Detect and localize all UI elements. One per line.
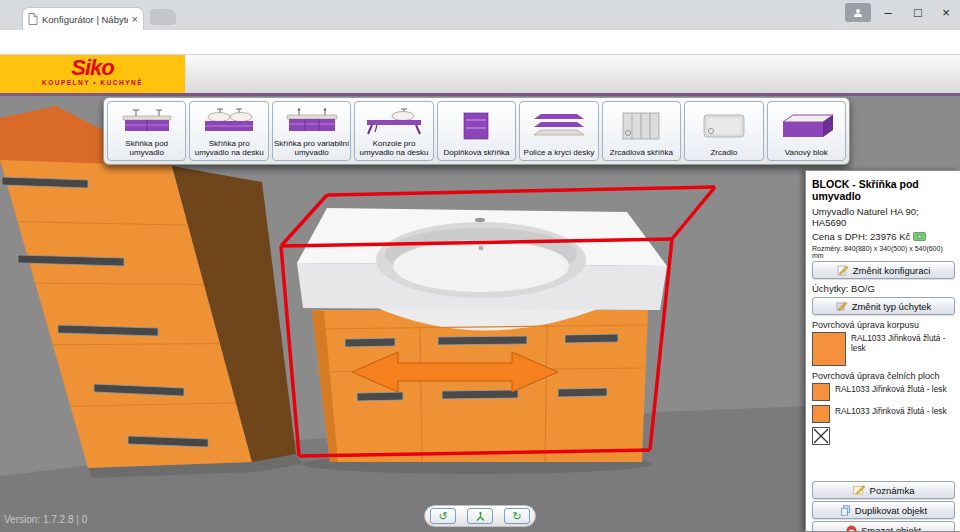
category-shelves[interactable]: Police a krycí desky: [519, 101, 598, 161]
inspector-panel: BLOCK - Skříňka pod umyvadlo Umyvadlo Na…: [805, 170, 960, 532]
note-icon: [853, 485, 866, 495]
shelves-icon: [528, 104, 590, 148]
change-config-button[interactable]: Změnit konfiguraci: [812, 261, 955, 279]
person-icon: [853, 8, 863, 18]
mirror-cabinet-icon: [610, 104, 672, 148]
category-label: Vanový blok: [785, 148, 828, 158]
bath-block-icon: [775, 104, 837, 148]
profile-button[interactable]: [845, 3, 871, 22]
category-mirror[interactable]: Zrcadlo: [684, 101, 763, 161]
browser-titlebar: Konfigurátor | Nábytek n × – □ ×: [0, 0, 960, 30]
inspector-dimensions: Rozměry: 840(880) x 340(500) x 540(600) …: [812, 245, 955, 259]
category-cabinet-under-sink[interactable]: Skříňka pod umyvadlo: [107, 101, 186, 161]
inspector-price: Cena s DPH: 23976 Kč: [812, 231, 910, 242]
front-color-swatch[interactable]: [812, 405, 830, 423]
category-panel: Skříňka pod umyvadlo Skříňka pro umyvadl…: [103, 97, 850, 165]
brand-name: Siko: [0, 56, 185, 79]
cabinet-under-sink-icon: [116, 104, 178, 139]
duplicate-button[interactable]: Duplikovat objekt: [812, 501, 955, 519]
swatch-name: RAL1033 Jiřinková žlutá - lesk: [835, 405, 947, 417]
category-label: Zrcadlová skříňka: [610, 148, 673, 158]
rotate-left-icon: ↺: [438, 509, 447, 523]
rotate-left-button[interactable]: ↺: [430, 508, 456, 524]
category-bath-block[interactable]: Vanový blok: [767, 101, 846, 161]
tab-close-icon[interactable]: ×: [132, 13, 138, 25]
brand-subtitle: KOUPELNY • KUCHYNĚ: [0, 79, 185, 86]
cabinet-variable-sink-icon: [281, 104, 343, 139]
category-cabinet-bowl-on-top[interactable]: Skříňka pro umyvadlo na desku: [189, 101, 268, 161]
body-color-swatch[interactable]: [812, 332, 846, 366]
note-button[interactable]: Poznámka: [812, 481, 955, 499]
browser-tab[interactable]: Konfigurátor | Nábytek n ×: [22, 7, 144, 30]
maximize-button[interactable]: □: [906, 4, 930, 22]
swatch-name: RAL1033 Jiřinková žlutá - lesk: [835, 383, 947, 395]
view-controls: ↺ ↻: [424, 505, 536, 527]
close-window-button[interactable]: ×: [934, 4, 958, 22]
minimize-button[interactable]: –: [876, 4, 900, 22]
category-extra-cabinet[interactable]: Doplňková skříňka: [437, 101, 516, 161]
category-label: Skříňka pro variabilní umyvadlo: [274, 139, 349, 158]
siko-logo: Siko KOUPELNY • KUCHYNĚ: [0, 55, 185, 93]
tall-cabinet-icon: [445, 104, 507, 148]
new-tab-button[interactable]: [150, 9, 176, 25]
banknote-icon: [913, 232, 926, 241]
front-color-swatch[interactable]: [812, 383, 830, 401]
category-label: Zrcadlo: [710, 148, 737, 158]
change-handles-button[interactable]: Změnit typ úchytek: [812, 297, 955, 315]
document-icon: [28, 13, 38, 25]
category-label: Doplňková skříňka: [444, 148, 510, 158]
delete-button[interactable]: Smazat objekt: [812, 521, 955, 532]
rotate-right-icon: ↻: [512, 509, 521, 523]
cabinet-bowl-on-top-icon: [198, 104, 260, 139]
reset-view-button[interactable]: [467, 508, 493, 524]
delete-icon: [846, 525, 857, 532]
pencil-page-icon: [837, 264, 849, 276]
surface-body-label: Povrchová úprava korpusu: [812, 320, 955, 330]
swatch-name: RAL1033 Jiřinková žlutá - lesk: [851, 332, 955, 354]
category-label: Skříňka pro umyvadlo na desku: [191, 139, 266, 158]
category-cabinet-variable-sink[interactable]: Skříňka pro variabilní umyvadlo: [272, 101, 351, 161]
rotate-right-button[interactable]: ↻: [504, 508, 530, 524]
category-mirror-cabinet[interactable]: Zrcadlová skříňka: [602, 101, 681, 161]
axis-icon: [475, 511, 486, 522]
inspector-title: BLOCK - Skříňka pod umyvadlo: [812, 178, 955, 202]
app-toolbar: Siko KOUPELNY • KUCHYNĚ new Načíst Uloži…: [0, 55, 960, 93]
pencil-page-icon: [836, 300, 848, 312]
version-label: Version: 1.7.2.8 | 0: [4, 514, 87, 525]
address-bar: ← → ↻ ⌂ ⓘ nabytek-na-miru.siko.cz/config…: [0, 30, 960, 55]
vanity-cabinet[interactable]: [297, 208, 667, 474]
inspector-handles: Úchytky: BO/G: [812, 283, 955, 294]
no-color-swatch[interactable]: [812, 427, 830, 445]
category-label: Police a krycí desky: [524, 148, 595, 158]
copy-icon: [840, 505, 851, 516]
surface-front-label: Povrchová úprava čelních ploch: [812, 371, 955, 381]
console-bowl-icon: [363, 104, 425, 139]
tab-title: Konfigurátor | Nábytek n: [42, 14, 128, 25]
inspector-product: Umyvadlo Naturel HA 90; HA5690: [812, 206, 955, 228]
mirror-icon: [693, 104, 755, 148]
cross-swatch-icon: [813, 428, 829, 444]
category-console-bowl[interactable]: Konzole pro umyvadlo na desku: [354, 101, 433, 161]
category-label: Skříňka pod umyvadlo: [109, 139, 184, 158]
category-label: Konzole pro umyvadlo na desku: [356, 139, 431, 158]
